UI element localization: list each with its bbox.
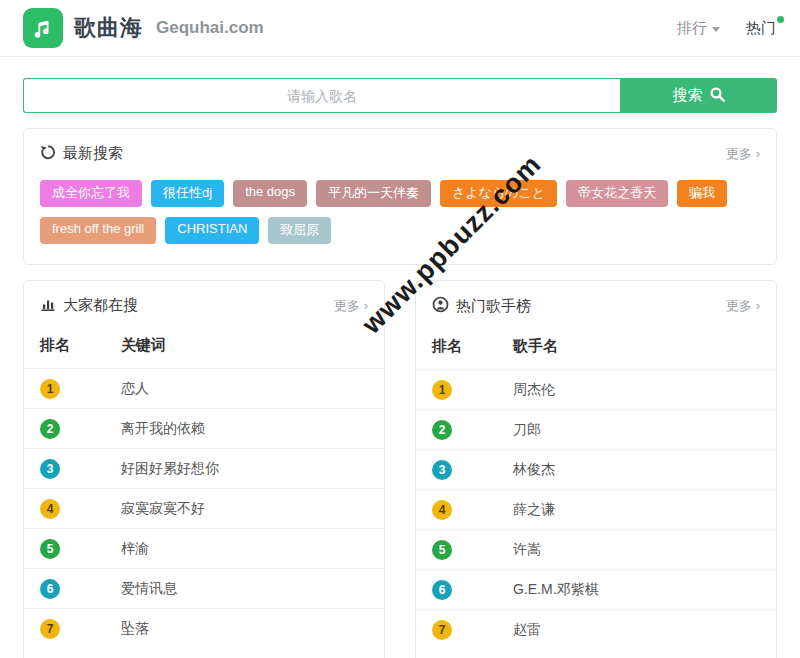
search-tag[interactable]: 平凡的一天伴奏: [316, 180, 431, 207]
column-keyword: 关键词: [121, 336, 166, 355]
search-bar: 搜索: [23, 78, 777, 113]
tag-list: 成全你忘了我 很任性dj the dogs 平凡的一天伴奏 さよならのこと 帝女…: [40, 180, 760, 244]
search-tag[interactable]: fresh off the grill: [40, 217, 156, 244]
latest-search-panel: 最新搜索 更多 › 成全你忘了我 很任性dj the dogs 平凡的一天伴奏 …: [23, 128, 777, 265]
search-tag[interactable]: さよならのこと: [440, 180, 557, 207]
rank-badge: 4: [432, 500, 452, 520]
table-row[interactable]: 2 离开我的依赖: [24, 408, 384, 448]
rank-badge: 2: [432, 420, 452, 440]
hot-keywords-panel: 大家都在搜 更多 › 排名 关键词 1 恋人 2 离开我的依赖 3 好困好累好想…: [23, 280, 385, 658]
nav-rank-label: 排行: [677, 19, 707, 38]
more-link[interactable]: 更多 ›: [726, 297, 760, 315]
table-row[interactable]: 3 好困好累好想你: [24, 448, 384, 488]
search-button-label: 搜索: [673, 86, 703, 105]
singer-link[interactable]: 薛之谦: [513, 501, 555, 519]
singer-link[interactable]: 刀郎: [513, 421, 541, 439]
table-row[interactable]: 5 许嵩: [416, 529, 776, 569]
search-tag[interactable]: the dogs: [233, 180, 307, 207]
rank-badge: 2: [40, 419, 60, 439]
panel-title: 大家都在搜: [63, 296, 138, 315]
rank-badge: 3: [40, 459, 60, 479]
hot-singers-panel: 热门歌手榜 更多 › 排名 歌手名 1 周杰伦 2 刀郎 3 林俊杰 4: [415, 280, 777, 658]
table-row[interactable]: 5 梓渝: [24, 528, 384, 568]
table-row[interactable]: 4 薛之谦: [416, 489, 776, 529]
singer-link[interactable]: G.E.M.邓紫棋: [513, 581, 599, 599]
search-icon: [710, 87, 725, 105]
keyword-link[interactable]: 爱情讯息: [121, 580, 177, 598]
singer-link[interactable]: 许嵩: [513, 541, 541, 559]
search-input[interactable]: [23, 78, 620, 113]
singer-link[interactable]: 赵雷: [513, 621, 541, 639]
page: 歌曲海 Gequhai.com 排行 热门 搜索: [0, 0, 800, 658]
site-domain: Gequhai.com: [156, 18, 264, 38]
table-row[interactable]: 6 爱情讯息: [24, 568, 384, 608]
keyword-link[interactable]: 离开我的依赖: [121, 420, 205, 438]
rank-badge: 7: [432, 620, 452, 640]
search-tag[interactable]: 骗我: [677, 180, 727, 207]
table-row[interactable]: 2 刀郎: [416, 409, 776, 449]
singer-link[interactable]: 周杰伦: [513, 381, 555, 399]
search-button[interactable]: 搜索: [620, 78, 777, 113]
search-tag[interactable]: 致屈原: [268, 217, 331, 244]
site-title: 歌曲海: [74, 13, 143, 43]
rank-badge: 7: [40, 619, 60, 639]
keyword-link[interactable]: 坠落: [121, 620, 149, 638]
rank-badge: 3: [432, 460, 452, 480]
table-header: 排名 关键词: [40, 336, 368, 368]
music-note-icon: [23, 8, 63, 48]
table-row[interactable]: 1 周杰伦: [416, 369, 776, 409]
column-rank: 排名: [40, 336, 121, 355]
column-rank: 排名: [432, 337, 513, 356]
rank-badge: 5: [432, 540, 452, 560]
caret-down-icon: [712, 27, 720, 32]
search-tag[interactable]: 成全你忘了我: [40, 180, 142, 207]
search-tag[interactable]: 帝女花之香夭: [566, 180, 668, 207]
nav-hot-label: 热门: [746, 19, 776, 38]
keyword-link[interactable]: 好困好累好想你: [121, 460, 219, 478]
table-row[interactable]: 7 赵雷: [416, 609, 776, 649]
ranking-panels: 大家都在搜 更多 › 排名 关键词 1 恋人 2 离开我的依赖 3 好困好累好想…: [23, 280, 777, 658]
table-row[interactable]: 4 寂寞寂寞不好: [24, 488, 384, 528]
search-tag[interactable]: CHRISTIAN: [165, 217, 259, 244]
rank-badge: 6: [432, 580, 452, 600]
more-link[interactable]: 更多 ›: [726, 145, 760, 163]
rank-badge: 4: [40, 499, 60, 519]
nav-hot[interactable]: 热门: [746, 19, 776, 38]
bar-chart-icon: [40, 296, 56, 315]
history-icon: [40, 144, 56, 163]
keyword-link[interactable]: 梓渝: [121, 540, 149, 558]
rank-badge: 5: [40, 539, 60, 559]
column-singer: 歌手名: [513, 337, 558, 356]
header: 歌曲海 Gequhai.com 排行 热门: [0, 0, 800, 57]
new-indicator-dot: [777, 16, 784, 23]
table-row[interactable]: 1 恋人: [24, 368, 384, 408]
rank-badge: 1: [40, 379, 60, 399]
table-header: 排名 歌手名: [432, 337, 760, 369]
panel-title: 最新搜索: [63, 144, 123, 163]
table-row[interactable]: 7 坠落: [24, 608, 384, 648]
rank-badge: 6: [40, 579, 60, 599]
top-nav: 排行 热门: [677, 19, 776, 38]
keyword-link[interactable]: 寂寞寂寞不好: [121, 500, 205, 518]
person-icon: [432, 296, 449, 316]
table-row[interactable]: 3 林俊杰: [416, 449, 776, 489]
nav-rank-dropdown[interactable]: 排行: [677, 19, 720, 38]
keyword-link[interactable]: 恋人: [121, 380, 149, 398]
rank-badge: 1: [432, 380, 452, 400]
table-row[interactable]: 6 G.E.M.邓紫棋: [416, 569, 776, 609]
search-tag[interactable]: 很任性dj: [151, 180, 224, 207]
more-link[interactable]: 更多 ›: [334, 297, 368, 315]
brand[interactable]: 歌曲海 Gequhai.com: [23, 8, 264, 48]
panel-title: 热门歌手榜: [456, 297, 531, 316]
singer-link[interactable]: 林俊杰: [513, 461, 555, 479]
